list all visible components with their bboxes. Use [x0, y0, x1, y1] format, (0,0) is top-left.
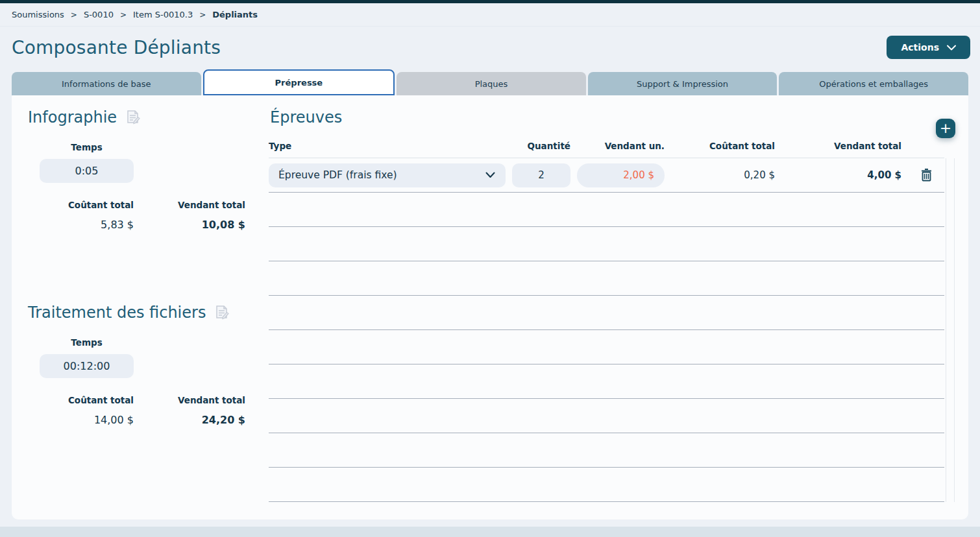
breadcrumb: Soumissions > S-0010 > Item S-0010.3 > D… [0, 3, 980, 27]
bottom-strip [0, 527, 980, 537]
infographie-title: Infographie [28, 108, 117, 126]
breadcrumb-separator: > [71, 10, 77, 19]
trash-icon[interactable] [918, 166, 935, 184]
table-row-empty [269, 399, 944, 433]
page-header: Composante Dépliants Actions [0, 27, 980, 69]
infographie-temps-input[interactable] [40, 159, 134, 183]
table-row-empty [269, 193, 944, 227]
edit-note-icon[interactable] [215, 305, 229, 320]
coutant-total-value: 0,20 $ [671, 169, 775, 181]
tab-informations-de-base[interactable]: Informations de base [12, 72, 201, 95]
table-row-empty [269, 433, 944, 468]
column-header-vendant-total: Vendant total [781, 141, 901, 151]
infographie-section: Infographie Temps [28, 108, 257, 231]
page-title: Composante Dépliants [12, 37, 221, 58]
tab-prepresse[interactable]: Prépresse [203, 69, 395, 95]
edit-note-icon[interactable] [126, 110, 140, 125]
type-select-value: Épreuve PDF (frais fixe) [278, 169, 397, 181]
table-row-empty [269, 468, 944, 502]
breadcrumb-current: Dépliants [212, 10, 258, 19]
infographie-coutant-value: 5,83 $ [40, 219, 134, 231]
tab-operations-emballages[interactable]: Opérations et emballages [779, 72, 968, 95]
chevron-down-icon [485, 169, 495, 181]
column-header-coutant-total: Coûtant total [671, 141, 775, 151]
actions-button-label: Actions [901, 42, 939, 53]
epreuves-section: Épreuves + Type Quantité Vendant un. Coû… [257, 95, 968, 519]
tab-bar: Informations de base Prépresse Plaques S… [12, 69, 968, 95]
epreuves-empty-rows [269, 193, 944, 502]
tab-support-impression[interactable]: Support & Impression [588, 72, 778, 95]
infographie-temps-label: Temps [40, 142, 134, 152]
vendant-un-input[interactable] [577, 163, 665, 187]
column-header-vendant-un: Vendant un. [577, 141, 665, 151]
epreuves-table-header: Type Quantité Vendant un. Coûtant total … [269, 141, 944, 158]
epreuves-title: Épreuves [270, 108, 968, 126]
traitement-temps-input[interactable] [40, 354, 134, 378]
column-header-type: Type [269, 141, 506, 151]
infographie-vendant-label: Vendant total [134, 200, 245, 210]
table-row-empty [269, 296, 944, 330]
breadcrumb-item-s-0010-3[interactable]: Item S-0010.3 [133, 10, 193, 19]
traitement-vendant-label: Vendant total [134, 395, 245, 405]
traitement-vendant-value: 24,20 $ [134, 414, 245, 426]
type-select[interactable]: Épreuve PDF (frais fixe) [269, 163, 506, 187]
tab-plaques[interactable]: Plaques [397, 72, 586, 95]
epreuves-table: Type Quantité Vendant un. Coûtant total … [269, 141, 944, 502]
table-row-empty [269, 330, 944, 364]
traitement-coutant-label: Coûtant total [40, 395, 134, 405]
breadcrumb-separator: > [120, 10, 127, 19]
infographie-coutant-label: Coûtant total [40, 200, 134, 210]
breadcrumb-separator: > [199, 10, 206, 19]
left-column: Infographie Temps [12, 95, 257, 519]
table-row: Épreuve PDF (frais fixe) 0,20 $ 4,00 $ [269, 158, 944, 193]
prepresse-panel: Infographie Temps [12, 95, 968, 519]
breadcrumb-s-0010[interactable]: S-0010 [84, 10, 114, 19]
infographie-vendant-value: 10,08 $ [134, 219, 245, 231]
add-row-button[interactable]: + [936, 119, 955, 138]
table-row-empty [269, 261, 944, 296]
column-header-actions [908, 141, 944, 151]
traitement-title: Traitement des fichiers [28, 304, 206, 322]
table-row-empty [269, 227, 944, 261]
actions-button[interactable]: Actions [887, 36, 970, 59]
chevron-down-icon [947, 45, 956, 51]
traitement-section: Traitement des fichiers Temps [28, 304, 257, 426]
quantite-input[interactable] [512, 163, 570, 187]
traitement-coutant-value: 14,00 $ [40, 414, 134, 426]
table-scroll-gutter [946, 158, 955, 502]
traitement-temps-label: Temps [40, 337, 134, 348]
vendant-total-value: 4,00 $ [781, 169, 901, 181]
breadcrumb-soumissions[interactable]: Soumissions [12, 10, 64, 19]
column-header-quantite: Quantité [512, 141, 570, 151]
table-row-empty [269, 364, 944, 399]
